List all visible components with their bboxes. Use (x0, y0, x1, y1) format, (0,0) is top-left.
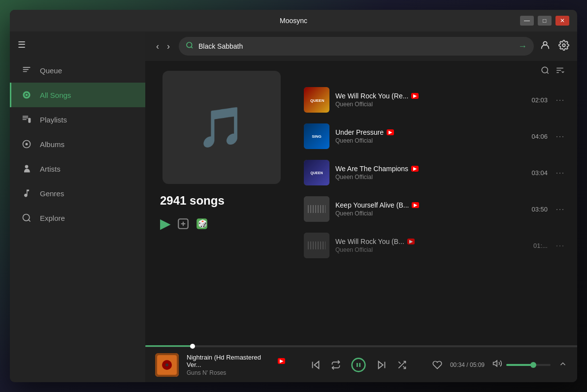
sidebar-item-playlists-label: Playlists (40, 116, 67, 124)
shuffle-button[interactable] (397, 360, 407, 370)
song-panel: 🎵 2941 songs ▶ (145, 61, 577, 345)
player-bar: Nightrain (Hd Remastered Ver... ▶ Guns N… (145, 347, 577, 382)
song-more-button[interactable]: ⋯ (554, 238, 566, 253)
song-artist: Queen Official (335, 210, 525, 217)
rewind-button[interactable] (310, 360, 321, 370)
svg-rect-5 (23, 119, 27, 120)
back-button[interactable]: ‹ (153, 39, 162, 54)
song-thumbnail: QUEEN (304, 87, 329, 113)
random-play-button[interactable]: 🎲 (196, 215, 208, 232)
sidebar-item-albums[interactable]: Albums (10, 132, 145, 156)
song-title: Keep Yourself Alive (B... ▶ (335, 201, 525, 209)
song-more-button[interactable]: ⋯ (554, 129, 566, 144)
genres-icon (21, 188, 32, 199)
maximize-button[interactable]: □ (538, 16, 552, 26)
play-all-button[interactable]: ▶ (160, 215, 171, 232)
song-info: We Will Rock You (B... ▶ Queen Official (335, 238, 527, 253)
song-more-button[interactable]: ⋯ (554, 165, 566, 180)
settings-button[interactable] (558, 40, 569, 53)
sidebar-item-albums-label: Albums (40, 140, 65, 149)
title-bar: Moosync — □ ✕ (10, 10, 577, 31)
youtube-badge: ▶ (411, 166, 419, 172)
song-title: We Are The Champions ▶ (335, 165, 525, 173)
list-sort-button[interactable] (555, 66, 564, 77)
volume-thumb (530, 362, 536, 368)
player-song-artist: Guns N' Roses (187, 369, 285, 376)
player-album-art (155, 353, 179, 377)
search-go-button[interactable]: → (518, 41, 527, 52)
svg-point-9 (25, 165, 29, 169)
minimize-button[interactable]: — (520, 16, 534, 26)
svg-rect-1 (23, 69, 29, 70)
song-duration: 04:06 (531, 133, 548, 140)
close-button[interactable]: ✕ (555, 16, 569, 26)
song-duration: 01:... (533, 242, 548, 249)
pause-button[interactable] (351, 357, 366, 373)
svg-text:QUEEN: QUEEN (310, 98, 324, 103)
youtube-badge: ▶ (407, 239, 415, 244)
playlists-icon (21, 114, 32, 125)
progress-bar-container[interactable] (145, 345, 577, 347)
song-item[interactable]: QUEEN We Are The Champions ▶ Queen Offic… (298, 155, 572, 190)
list-search-button[interactable] (541, 66, 550, 77)
song-artist: Queen Official (335, 101, 525, 108)
song-item[interactable]: SING Under Pressure ▶ Queen Official 04:… (298, 119, 572, 154)
artists-icon (21, 163, 32, 174)
song-item[interactable]: We Will Rock You (B... ▶ Queen Official … (298, 228, 572, 263)
search-icon (186, 41, 194, 51)
expand-button[interactable] (558, 360, 567, 370)
svg-line-13 (191, 47, 193, 48)
song-info: We Will Rock You (Re... ▶ Queen Official (335, 92, 525, 108)
svg-marker-37 (379, 361, 383, 368)
song-thumbnail: SING (304, 123, 329, 149)
songs-count: 2941 songs (155, 194, 225, 208)
heart-button[interactable] (432, 360, 442, 370)
search-bar: → (179, 37, 534, 56)
youtube-badge: ▶ (411, 93, 419, 99)
youtube-badge: ▶ (412, 202, 419, 208)
song-thumbnail: QUEEN (304, 160, 329, 185)
volume-button[interactable] (492, 359, 502, 371)
song-title: We Will Rock You (B... ▶ (335, 238, 527, 245)
song-artist: Queen Official (335, 137, 525, 144)
album-art: 🎵 (163, 71, 281, 184)
svg-text:🎲: 🎲 (198, 219, 207, 228)
song-item[interactable]: QUEEN We Will Rock You (Re... ▶ Queen Of… (298, 82, 572, 118)
search-input[interactable] (198, 42, 513, 50)
sidebar-item-explore[interactable]: Explore (10, 206, 145, 230)
app-title: Moosync (201, 17, 385, 25)
user-button[interactable] (540, 40, 551, 53)
svg-point-12 (187, 42, 192, 48)
sidebar-item-genres[interactable]: Genres (10, 181, 145, 206)
song-more-button[interactable]: ⋯ (554, 202, 566, 216)
svg-line-11 (29, 220, 31, 222)
songs-list: QUEEN We Will Rock You (Re... ▶ Queen Of… (298, 61, 577, 345)
svg-point-8 (26, 143, 28, 146)
song-title: Under Pressure ▶ (335, 128, 525, 136)
action-buttons: ▶ 🎲 (155, 215, 208, 232)
sidebar-item-queue[interactable]: Queue (10, 58, 145, 83)
toolbar-icons (540, 40, 569, 53)
hamburger-button[interactable]: ☰ (18, 39, 26, 50)
main-content: ☰ Queue All Songs (10, 31, 577, 382)
forward-button[interactable]: › (164, 39, 173, 54)
time-display: 00:34 / 05:09 (450, 362, 485, 368)
volume-slider[interactable] (506, 364, 551, 366)
song-more-button[interactable]: ⋯ (554, 92, 566, 107)
sidebar-item-explore-label: Explore (40, 214, 65, 222)
svg-line-22 (547, 72, 548, 73)
svg-rect-0 (23, 67, 31, 68)
sidebar-item-artists[interactable]: Artists (10, 156, 145, 181)
queue-icon (21, 65, 32, 76)
song-item[interactable]: Keep Yourself Alive (B... ▶ Queen Offici… (298, 191, 572, 227)
song-duration: 02:03 (531, 96, 548, 104)
forward-button[interactable] (376, 360, 387, 370)
repeat-button[interactable] (331, 360, 341, 370)
nav-arrows: ‹ › (153, 39, 173, 54)
sidebar-item-all-songs[interactable]: All Songs (10, 83, 145, 107)
sidebar-item-playlists[interactable]: Playlists (10, 107, 145, 132)
svg-rect-6 (28, 118, 31, 123)
player-song-info: Nightrain (Hd Remastered Ver... ▶ Guns N… (187, 354, 285, 376)
add-to-queue-button[interactable] (177, 215, 190, 232)
song-thumbnail (304, 233, 329, 258)
